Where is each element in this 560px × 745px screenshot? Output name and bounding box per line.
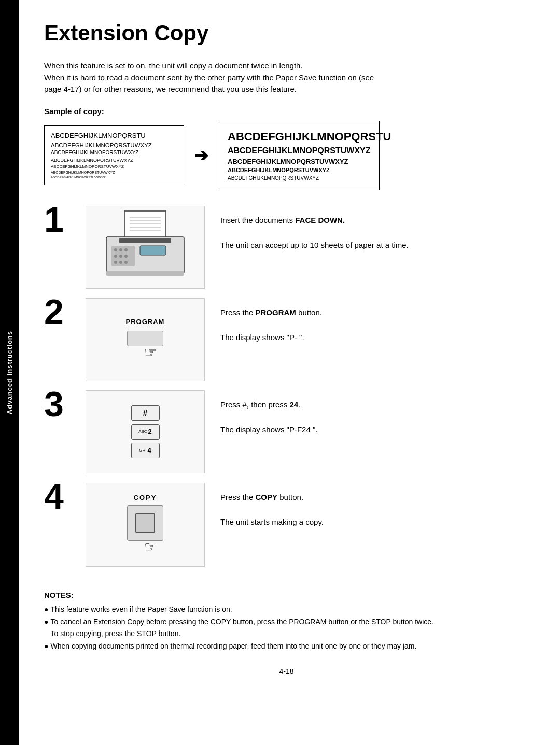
before-line-3: ABCDEFGHIJKLMNOPORSTUWXYZ [51,149,177,157]
step-3-number: 3 [44,386,86,421]
svg-point-15 [124,255,128,258]
sample-container: ABCDEFGHIJKLMNOPQRSTU ABCDEFGHIJKLMNOPQR… [44,121,529,190]
sample-box-before: ABCDEFGHIJKLMNOPQRSTU ABCDEFGHIJKLMNOPQR… [44,125,184,185]
step-4-number: 4 [44,479,86,514]
copy-button-label: COPY [134,494,157,501]
step-1-number: 1 [44,202,86,237]
copy-illustration: COPY ☞ [96,483,194,566]
svg-point-10 [114,248,117,251]
after-line-5: ABCDEFGHIJKLMNOPQRSTUVWXYZ [228,175,371,182]
after-line-2: ABCDEFGHIJKLMNOPQRSTUWXYZ [228,145,371,157]
note-3-text: When copying documents printed on therma… [50,640,529,652]
intro-line1: When this feature is set to on, the unit… [44,60,529,72]
sidebar-label: Advanced Instructions [6,331,13,414]
note-2-bullet: ● [44,616,48,639]
step-1-text: Insert the documents FACE DOWN. The unit… [220,206,529,251]
program-illustration: PROGRAM ☞ [96,303,194,376]
note-2-text: To cancel an Extension Copy before press… [50,616,529,639]
step-4-image: COPY ☞ [86,483,205,567]
step-3-desc2: The display shows "P-F24 ". [220,424,529,436]
step-2-number: 2 [44,294,86,329]
step-4-text: Press the COPY button. The unit starts m… [220,483,529,528]
before-line-5: ABCDEFGHIJKLMNOPORSTUVWXYZ [51,164,177,170]
svg-point-11 [119,248,122,251]
step-1: 1 [44,206,529,289]
program-button-label: PROGRAM [126,318,165,326]
note-2: ● To cancel an Extension Copy before pre… [44,616,529,639]
svg-rect-8 [140,246,166,255]
copy-finger-icon: ☞ [144,538,157,555]
step-4-desc2: The unit starts making a copy. [220,516,529,528]
note-1: ● This feature works even if the Paper S… [44,603,529,615]
step-3-image: # ABC2 GHI4 [86,390,205,473]
note-1-bullet: ● [44,603,48,615]
hash-key: # [131,405,160,421]
finger-icon: ☞ [144,344,157,361]
svg-rect-0 [124,211,166,240]
before-line-1: ABCDEFGHIJKLMNOPQRSTU [51,131,177,141]
notes-list: ● This feature works even if the Paper S… [44,603,529,652]
note-3-bullet: ● [44,640,48,652]
step-2: 2 PROGRAM ☞ Press the PROGRAM button. Th… [44,298,529,381]
note-1-text: This feature works even if the Paper Sav… [50,603,529,615]
step-3-text: Press #, then press 24. The display show… [220,390,529,436]
keypad-illustration: # ABC2 GHI4 [109,405,181,458]
svg-point-17 [119,261,122,264]
step-1-image [86,206,205,289]
arrow-icon: ➔ [194,146,208,165]
svg-point-12 [124,248,128,251]
steps-container: 1 [44,206,529,576]
page-number: 4-18 [44,667,529,676]
sample-label: Sample of copy: [44,107,529,116]
step-1-desc1: Insert the documents FACE DOWN. [220,214,529,227]
before-line-7: ABCDEFGHIJKLMNOPORSTUVWXYZ [51,175,177,180]
key-2: ABC2 [131,424,160,440]
svg-point-13 [114,255,117,258]
sidebar: Advanced Instructions [0,0,19,745]
svg-point-18 [124,261,128,264]
svg-rect-7 [119,238,171,243]
notes-section: NOTES: ● This feature works even if the … [44,591,529,652]
step-3: 3 # ABC2 GHI4 Press #, then press 24. [44,390,529,473]
svg-point-16 [114,261,117,264]
copy-button-visual [127,505,163,541]
svg-rect-19 [106,271,184,276]
step-3-desc1: Press #, then press 24. [220,399,529,411]
intro-line3: page 4-17) or for other reasons, we reco… [44,83,529,95]
intro-text: When this feature is set to on, the unit… [44,60,529,95]
svg-point-14 [119,255,122,258]
step-1-desc2: The unit can accept up to 10 sheets of p… [220,239,529,251]
copy-button-inner [135,513,155,533]
program-button-visual [127,331,163,346]
before-line-2: ABCDEFGHIJKLMNOPQRSTUWXYZ [51,141,177,150]
step-2-image: PROGRAM ☞ [86,298,205,381]
after-line-1: ABCDEFGHIJKLMNOPQRSTU [228,129,371,145]
step-4: 4 COPY ☞ Press the COPY button. The unit… [44,483,529,567]
after-line-3: ABCDEFGHIJKLMNOPQRSTUVWXYZ [228,157,371,167]
before-line-6: ABCDEFGHIJKLMNOPORSTUVWXYZ [51,170,177,175]
intro-line2: When it is hard to read a document sent … [44,72,529,84]
sample-box-after: ABCDEFGHIJKLMNOPQRSTU ABCDEFGHIJKLMNOPQR… [219,121,380,190]
step-2-desc2: The display shows "P- ". [220,331,529,344]
step-2-text: Press the PROGRAM button. The display sh… [220,298,529,344]
fax-machine-svg [96,208,194,286]
note-3: ● When copying documents printed on ther… [44,640,529,652]
before-line-4: ABCDEFGHIJKLMNOPORSTUVWXYZ [51,157,177,164]
page-title: Extension Copy [44,21,529,46]
step-4-desc1: Press the COPY button. [220,491,529,503]
notes-title: NOTES: [44,591,529,599]
after-line-4: ABCDEFGHIJKLMNOPQRSTUVWXYZ [228,166,371,175]
main-content: Extension Copy When this feature is set … [29,0,560,696]
step-2-desc1: Press the PROGRAM button. [220,306,529,319]
key-4: GHI4 [131,443,160,458]
